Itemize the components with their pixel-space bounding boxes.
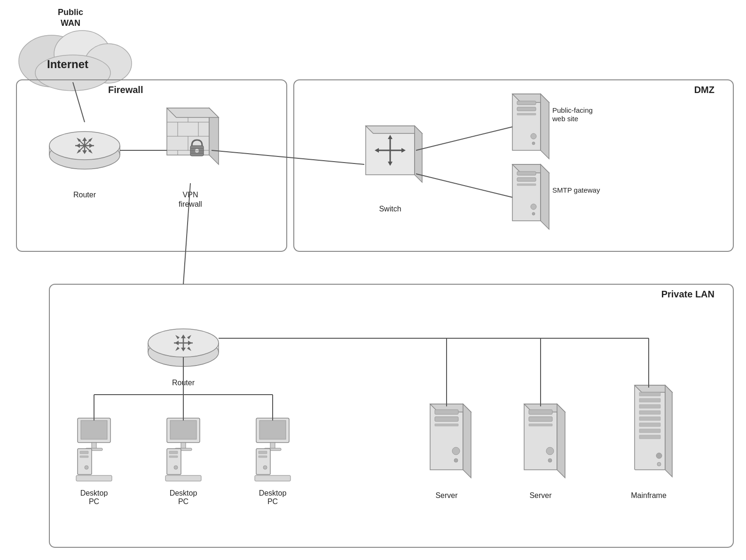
svg-point-33 xyxy=(195,149,199,153)
svg-marker-30 xyxy=(209,108,219,164)
svg-marker-39 xyxy=(415,126,422,182)
svg-point-130 xyxy=(656,453,662,459)
diagram-container: Internet Public WAN Firewall DMZ Private… xyxy=(0,0,746,560)
svg-point-62 xyxy=(148,338,219,366)
svg-point-2 xyxy=(85,44,132,83)
svg-rect-98 xyxy=(256,449,270,474)
svg-rect-114 xyxy=(529,410,552,414)
mainframe-icon xyxy=(635,385,672,477)
vpn-firewall-icon xyxy=(167,108,219,164)
svg-rect-108 xyxy=(435,424,458,426)
firewall-box-label: Firewall xyxy=(108,85,143,95)
svg-point-118 xyxy=(548,459,552,462)
svg-point-92 xyxy=(174,466,178,469)
lan-server-1-label: Server xyxy=(435,491,458,499)
svg-marker-19 xyxy=(77,149,81,154)
svg-rect-78 xyxy=(92,443,96,449)
svg-rect-129 xyxy=(639,435,660,439)
svg-marker-71 xyxy=(187,347,191,351)
switch-label: Switch xyxy=(379,205,401,213)
svg-rect-86 xyxy=(170,420,196,439)
svg-rect-115 xyxy=(529,417,552,421)
svg-marker-18 xyxy=(88,138,93,142)
svg-marker-67 xyxy=(181,348,186,351)
svg-marker-66 xyxy=(181,334,186,338)
svg-rect-123 xyxy=(639,398,660,402)
svg-rect-99 xyxy=(259,451,267,454)
svg-rect-116 xyxy=(529,424,552,426)
svg-rect-111 xyxy=(524,404,557,470)
svg-rect-107 xyxy=(435,417,458,421)
svg-rect-50 xyxy=(517,107,536,111)
svg-rect-94 xyxy=(256,418,289,443)
line-internet-router xyxy=(73,82,85,122)
svg-point-117 xyxy=(546,447,554,455)
cloud-group: Internet Public WAN xyxy=(19,8,132,91)
svg-point-131 xyxy=(657,462,661,466)
svg-marker-69 xyxy=(188,341,192,345)
desktop-pc-3-label1: Desktop xyxy=(259,489,287,497)
svg-marker-121 xyxy=(665,385,672,477)
public-wan-label: Public xyxy=(58,8,83,17)
svg-rect-91 xyxy=(169,456,178,458)
diagram-svg: Internet Public WAN Firewall DMZ Private… xyxy=(0,0,746,560)
svg-rect-95 xyxy=(259,420,286,439)
svg-marker-113 xyxy=(557,404,565,478)
svg-rect-85 xyxy=(167,418,200,443)
router-top-icon xyxy=(49,132,120,169)
svg-marker-48 xyxy=(541,94,549,159)
svg-point-61 xyxy=(532,212,535,215)
svg-rect-87 xyxy=(181,443,186,449)
svg-rect-128 xyxy=(639,429,660,433)
svg-point-110 xyxy=(454,459,458,462)
svg-point-53 xyxy=(532,142,535,145)
svg-point-52 xyxy=(531,133,536,139)
web-server-label2: web site xyxy=(552,115,578,123)
svg-rect-51 xyxy=(517,113,536,115)
lan-server-1-icon xyxy=(430,404,471,478)
firewall-box xyxy=(16,80,287,251)
line-firewall-lan xyxy=(183,183,190,284)
svg-marker-14 xyxy=(76,143,80,148)
svg-line-11 xyxy=(78,139,91,152)
desktop-pc-3-icon xyxy=(255,418,291,481)
svg-rect-125 xyxy=(639,411,660,414)
svg-rect-82 xyxy=(80,456,88,458)
svg-rect-57 xyxy=(517,171,536,175)
switch-icon xyxy=(366,126,422,182)
svg-marker-112 xyxy=(524,404,565,412)
svg-rect-106 xyxy=(435,410,458,414)
router-top-label: Router xyxy=(73,191,96,199)
mainframe-label: Mainframe xyxy=(631,491,667,499)
svg-point-83 xyxy=(85,466,88,469)
desktop-pc-1-label1: Desktop xyxy=(80,489,108,497)
svg-point-101 xyxy=(263,466,267,469)
svg-rect-49 xyxy=(517,101,536,105)
smtp-label: SMTP gateway xyxy=(552,186,600,194)
svg-rect-96 xyxy=(270,443,275,449)
lan-box xyxy=(49,284,733,547)
lan-server-2-label: Server xyxy=(529,491,552,499)
svg-point-63 xyxy=(148,329,219,357)
svg-marker-55 xyxy=(512,164,549,173)
svg-marker-16 xyxy=(77,138,81,142)
line-switch-webserver xyxy=(416,127,512,150)
svg-marker-72 xyxy=(187,335,191,339)
svg-marker-42 xyxy=(388,135,393,139)
svg-rect-122 xyxy=(639,392,660,396)
svg-rect-46 xyxy=(512,94,541,150)
svg-rect-119 xyxy=(635,385,665,470)
desktop-pc-2-label2: PC xyxy=(178,498,188,506)
svg-rect-37 xyxy=(366,126,415,175)
svg-rect-81 xyxy=(80,451,88,454)
svg-rect-127 xyxy=(639,423,660,427)
svg-rect-79 xyxy=(86,448,102,451)
svg-point-4 xyxy=(49,141,120,169)
line-switch-smtp xyxy=(416,174,512,197)
svg-point-5 xyxy=(49,132,120,160)
svg-marker-70 xyxy=(175,335,180,339)
svg-point-3 xyxy=(35,55,110,91)
desktop-pc-2-label1: Desktop xyxy=(170,489,197,497)
svg-rect-102 xyxy=(255,475,291,481)
svg-line-10 xyxy=(78,139,91,152)
